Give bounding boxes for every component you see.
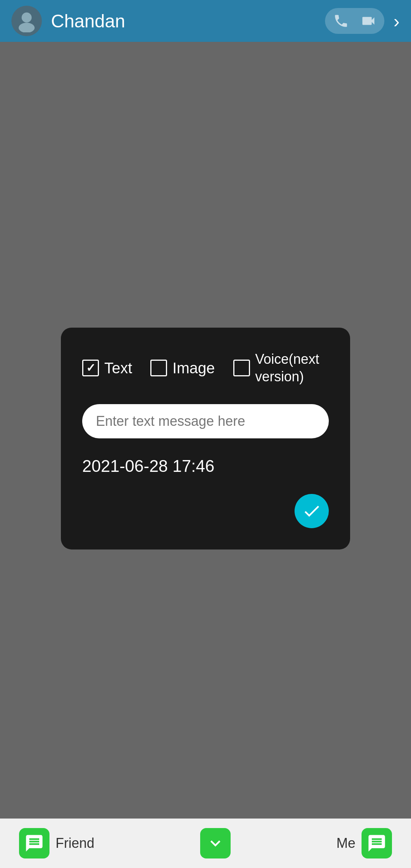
header: Chandan › [0, 0, 411, 42]
phone-icon [333, 13, 349, 29]
call-buttons [325, 8, 384, 34]
avatar-icon [15, 10, 38, 32]
bottom-bar: Friend Me [0, 819, 411, 868]
confirm-button[interactable] [295, 494, 329, 528]
message-type-dialog: Text Image Voice(next version) 2021-06-2… [61, 327, 350, 549]
scroll-down-button[interactable] [200, 828, 231, 858]
image-checkbox-label: Image [172, 360, 215, 377]
friend-label: Friend [56, 835, 94, 851]
voice-option[interactable]: Voice(next version) [233, 350, 329, 386]
contact-name: Chandan [51, 11, 325, 32]
header-actions: › [325, 8, 400, 34]
me-chat-button[interactable] [362, 828, 392, 858]
image-option[interactable]: Image [150, 360, 215, 377]
friend-chat-icon [24, 833, 44, 853]
text-option[interactable]: Text [82, 360, 132, 377]
image-checkbox[interactable] [150, 360, 167, 376]
message-text-input[interactable] [82, 404, 329, 438]
svg-point-1 [19, 23, 35, 32]
more-button[interactable]: › [393, 11, 400, 32]
avatar [11, 6, 42, 36]
message-type-options: Text Image Voice(next version) [82, 350, 329, 386]
phone-button[interactable] [331, 11, 351, 31]
friend-chat-button[interactable] [19, 828, 49, 858]
voice-checkbox[interactable] [233, 360, 250, 376]
me-item: Me [336, 828, 392, 858]
checkmark-icon [302, 501, 322, 521]
friend-item: Friend [19, 828, 94, 858]
me-chat-icon [367, 833, 387, 853]
voice-checkbox-label: Voice(next version) [255, 350, 329, 386]
chevron-down-icon [206, 833, 225, 853]
text-checkbox-label: Text [104, 360, 132, 377]
video-icon [360, 13, 376, 29]
timestamp: 2021-06-28 17:46 [82, 457, 329, 476]
text-checkbox[interactable] [82, 360, 99, 376]
svg-point-0 [22, 13, 32, 22]
me-label: Me [336, 835, 355, 851]
video-button[interactable] [358, 11, 378, 31]
